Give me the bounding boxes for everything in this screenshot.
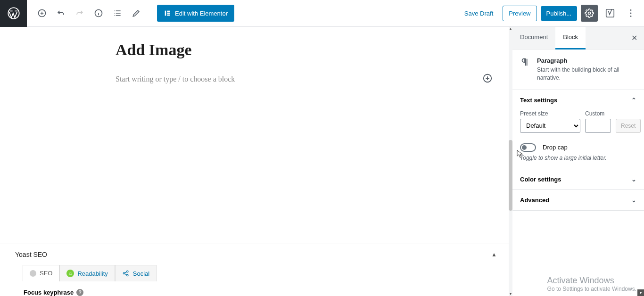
yoast-tab-seo[interactable]: SEO	[23, 265, 59, 281]
readability-smiley-icon: ☺	[66, 270, 74, 277]
elementor-button-label: Edit with Elementor	[175, 10, 228, 17]
sidebar-tab-block[interactable]: Block	[555, 27, 586, 49]
yoast-tab-readability[interactable]: ☺ Readability	[59, 265, 115, 281]
scrollbar-thumb[interactable]	[509, 140, 512, 211]
svg-rect-4	[167, 11, 170, 12]
editor-canvas: Add Image Start writing or type / to cho…	[0, 27, 512, 296]
wordpress-logo[interactable]	[0, 0, 27, 27]
block-name: Paragraph	[537, 57, 636, 64]
block-description: Start with the building block of all nar…	[537, 66, 636, 82]
yoast-tab-seo-label: SEO	[40, 270, 52, 277]
svg-point-10	[630, 13, 632, 14]
undo-button[interactable]	[52, 5, 69, 22]
yoast-tab-readability-label: Readability	[77, 270, 107, 277]
edit-button[interactable]	[128, 5, 145, 22]
settings-button[interactable]	[581, 5, 598, 22]
more-menu-button[interactable]	[622, 5, 639, 22]
chevron-down-icon: ⌄	[631, 197, 636, 204]
wordpress-icon	[7, 7, 20, 20]
settings-sidebar: ▲ ▼ Document Block ✕ Paragraph Start wit…	[512, 27, 644, 296]
elementor-icon	[164, 9, 171, 17]
dropcap-help-text: Toggle to show a large initial letter.	[520, 155, 636, 161]
outline-button[interactable]	[109, 5, 126, 22]
yoast-panel-title: Yoast SEO	[15, 251, 47, 258]
dropcap-label: Drop cap	[543, 144, 568, 151]
reset-size-button[interactable]: Reset	[616, 119, 641, 133]
yoast-seo-panel: Yoast SEO ▲ SEO ☺ Readability Social	[0, 244, 512, 296]
svg-rect-3	[165, 11, 166, 16]
kebab-icon	[626, 8, 636, 18]
svg-point-11	[630, 16, 632, 17]
yoast-toolbar-button[interactable]	[602, 5, 619, 22]
focus-keyphrase-row: Focus keyphrase ?	[24, 289, 488, 296]
dropcap-toggle[interactable]	[520, 143, 536, 152]
help-icon[interactable]: ?	[76, 289, 83, 296]
section-text-settings-header[interactable]: Text settings ⌃	[512, 90, 644, 110]
focus-keyphrase-label: Focus keyphrase	[24, 289, 74, 296]
text-settings-body: Preset size Default Custom Reset Drop ca…	[512, 110, 644, 169]
post-title[interactable]: Add Image	[116, 41, 389, 59]
sidebar-tabs: Document Block ✕	[512, 27, 644, 49]
chevron-up-icon: ⌃	[631, 97, 636, 104]
save-draft-button[interactable]: Save Draft	[459, 6, 499, 21]
info-button[interactable]	[90, 5, 107, 22]
svg-rect-5	[167, 13, 170, 14]
workspace: Add Image Start writing or type / to cho…	[0, 27, 644, 296]
top-toolbar: Edit with Elementor Save Draft Preview P…	[0, 0, 644, 27]
yoast-body: Focus keyphrase ?	[0, 281, 512, 296]
paragraph-icon	[520, 57, 530, 82]
seo-status-dot-icon	[30, 270, 36, 277]
preset-size-label: Preset size	[520, 110, 580, 117]
svg-point-7	[588, 12, 591, 15]
browser-scroll-corner: ▾	[637, 289, 644, 296]
block-info: Paragraph Start with the building block …	[512, 49, 644, 90]
sidebar-close-button[interactable]: ✕	[625, 27, 644, 49]
toolbar-left-icons	[27, 5, 146, 22]
redo-button[interactable]	[71, 5, 88, 22]
section-advanced-header[interactable]: Advanced ⌄	[512, 190, 644, 210]
chevron-down-icon: ⌄	[631, 176, 636, 183]
share-icon	[122, 270, 130, 277]
section-color-settings-label: Color settings	[520, 176, 561, 183]
sidebar-tab-document[interactable]: Document	[512, 27, 555, 49]
section-color-settings-header[interactable]: Color settings ⌄	[512, 169, 644, 189]
yoast-panel-header[interactable]: Yoast SEO ▲	[0, 244, 512, 263]
preview-button[interactable]: Preview	[503, 6, 537, 21]
gear-icon	[585, 8, 594, 18]
edit-with-elementor-button[interactable]: Edit with Elementor	[157, 5, 234, 22]
svg-rect-6	[167, 15, 170, 16]
toolbar-right: Save Draft Preview Publish...	[459, 5, 644, 22]
yoast-tabs: SEO ☺ Readability Social	[23, 265, 157, 281]
custom-size-input[interactable]	[585, 119, 611, 133]
section-advanced-label: Advanced	[520, 197, 549, 204]
section-advanced: Advanced ⌄	[512, 190, 644, 211]
yoast-icon	[605, 8, 615, 18]
publish-button[interactable]: Publish...	[541, 6, 577, 21]
section-text-settings: Text settings ⌃ Preset size Default Cust…	[512, 90, 644, 169]
font-size-row: Preset size Default Custom Reset	[520, 110, 636, 133]
section-text-settings-label: Text settings	[520, 97, 557, 104]
editor-content: Add Image Start writing or type / to cho…	[116, 27, 389, 85]
paragraph-block-row: Start writing or type / to choose a bloc…	[116, 73, 389, 85]
custom-size-label: Custom	[585, 110, 611, 117]
yoast-tab-social[interactable]: Social	[115, 265, 157, 281]
plus-circle-icon	[482, 73, 493, 83]
svg-point-9	[630, 9, 632, 11]
section-color-settings: Color settings ⌄	[512, 169, 644, 190]
inline-add-block-button[interactable]	[482, 73, 493, 85]
dropcap-row: Drop cap	[520, 143, 636, 152]
yoast-collapse-button[interactable]: ▲	[491, 251, 497, 258]
add-block-button[interactable]	[33, 5, 50, 22]
editor-scrollbar[interactable]: ▲ ▼	[509, 27, 512, 296]
preset-size-select[interactable]: Default	[520, 119, 580, 133]
paragraph-placeholder[interactable]: Start writing or type / to choose a bloc…	[116, 75, 482, 83]
yoast-tab-social-label: Social	[133, 270, 149, 277]
